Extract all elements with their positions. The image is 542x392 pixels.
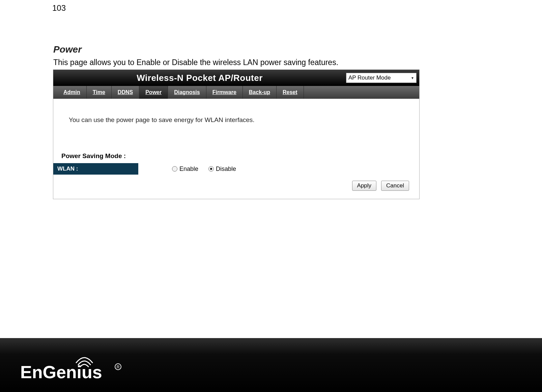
router-header: Wireless-N Pocket AP/Router AP Router Mo… xyxy=(53,70,419,86)
wlan-label: WLAN : xyxy=(53,163,138,175)
tab-firmware[interactable]: Firmware xyxy=(206,86,243,99)
wlan-row: WLAN : Enable Disable xyxy=(53,163,419,175)
chevron-down-icon: ▼ xyxy=(411,76,414,80)
tab-admin[interactable]: Admin xyxy=(53,86,87,99)
page-number: 103 xyxy=(52,3,66,13)
section-title: Power xyxy=(53,44,82,55)
mode-select[interactable]: AP Router Mode ▼ xyxy=(346,73,417,83)
power-form: Power Saving Mode : WLAN : Enable Disabl… xyxy=(53,152,419,199)
tab-bar: Admin Time DDNS Power Diagnosis Firmware… xyxy=(53,86,419,99)
section-description: This page allows you to Enable or Disabl… xyxy=(53,58,338,67)
radio-disable[interactable]: Disable xyxy=(208,165,236,173)
tab-time[interactable]: Time xyxy=(87,86,112,99)
svg-text:EnGenius: EnGenius xyxy=(20,362,102,382)
tab-ddns[interactable]: DDNS xyxy=(112,86,139,99)
tab-diagnosis[interactable]: Diagnosis xyxy=(168,86,206,99)
cancel-button[interactable]: Cancel xyxy=(381,181,409,191)
tab-power[interactable]: Power xyxy=(139,86,168,99)
radio-enable[interactable]: Enable xyxy=(172,165,198,173)
svg-text:R: R xyxy=(117,365,120,369)
radio-icon xyxy=(172,166,177,172)
wlan-controls: Enable Disable xyxy=(138,165,236,173)
radio-icon xyxy=(208,166,214,172)
router-title: Wireless-N Pocket AP/Router xyxy=(53,73,346,83)
apply-button[interactable]: Apply xyxy=(352,181,377,191)
radio-enable-label: Enable xyxy=(179,165,198,173)
brand-bar: EnGenius R xyxy=(0,338,542,392)
engenius-logo: EnGenius R xyxy=(20,357,135,384)
tab-backup[interactable]: Back-up xyxy=(243,86,277,99)
form-actions: Apply Cancel xyxy=(53,175,419,199)
radio-disable-label: Disable xyxy=(216,165,236,173)
mode-select-value: AP Router Mode xyxy=(348,74,391,81)
tab-reset[interactable]: Reset xyxy=(277,86,304,99)
router-admin-panel: Wireless-N Pocket AP/Router AP Router Mo… xyxy=(53,69,420,199)
intro-text: You can use the power page to save energ… xyxy=(53,99,419,124)
power-saving-mode-label: Power Saving Mode : xyxy=(53,152,419,163)
